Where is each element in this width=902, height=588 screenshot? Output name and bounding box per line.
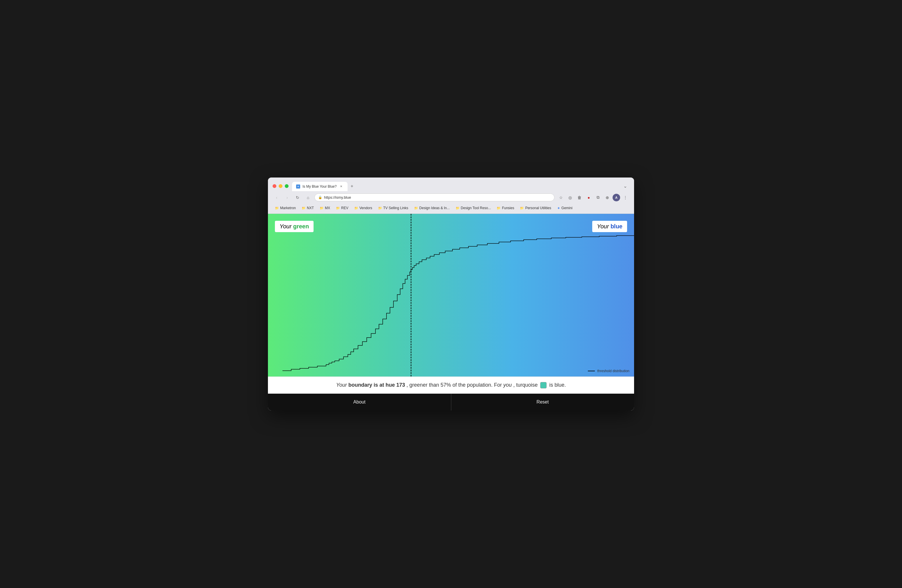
url-text: https://ismy.blue [324, 195, 551, 200]
bookmark-vendors[interactable]: 📁 Vendors [352, 205, 374, 211]
nav-actions: ☆ ◎ 🗑 ● ⧉ ⊕ A ⋮ [557, 194, 630, 202]
about-button[interactable]: About [268, 394, 451, 410]
extension-btn-1[interactable]: ◎ [566, 194, 574, 202]
folder-icon: 📁 [456, 206, 460, 210]
forward-button[interactable]: › [283, 194, 291, 202]
folder-icon: 📁 [336, 206, 340, 210]
result-bar: Your boundary is at hue 173 , greener th… [268, 377, 634, 394]
profile-button[interactable]: A [612, 194, 620, 201]
extension-btn-3[interactable]: ● [585, 194, 593, 202]
bottom-buttons: About Reset [268, 394, 634, 410]
back-button[interactable]: ‹ [272, 194, 281, 202]
bookmark-label: Gemini [561, 206, 573, 210]
browser-window: ● Is My Blue Your Blue? ✕ + ⌄ ‹ › ↻ ⌂ 🔒 … [268, 178, 634, 410]
bookmark-label: Marketron [280, 206, 296, 210]
lock-icon: 🔒 [318, 195, 322, 199]
bookmark-label: REV [341, 206, 348, 210]
bookmark-rev[interactable]: 📁 REV [334, 205, 351, 211]
traffic-lights [272, 184, 288, 188]
gradient-area[interactable]: Your green Your blue threshold distribut… [268, 214, 634, 377]
result-text-6: is blue. [549, 382, 566, 388]
folder-icon: 📁 [520, 206, 524, 210]
new-tab-button[interactable]: + [348, 181, 355, 191]
tab-favicon: ● [296, 185, 300, 189]
bookmark-label: Design Ideas & In... [419, 206, 450, 210]
extension-btn-5[interactable]: ⊕ [603, 194, 611, 202]
threshold-legend: threshold distribution [588, 369, 630, 373]
bookmark-label: Design Tool Reso... [461, 206, 491, 210]
folder-icon: 📁 [378, 206, 382, 210]
bookmark-label: Personal Utilities [525, 206, 551, 210]
menu-button[interactable]: ⋮ [621, 194, 630, 202]
refresh-button[interactable]: ↻ [293, 194, 302, 202]
result-text-5: , turquoise [513, 382, 537, 388]
folder-icon: 📁 [302, 206, 306, 210]
nav-bar: ‹ › ↻ ⌂ 🔒 https://ismy.blue ☆ ◎ 🗑 ● ⧉ ⊕ … [268, 191, 634, 204]
legend-label: threshold distribution [597, 369, 630, 373]
tab-title: Is My Blue Your Blue? [302, 185, 337, 189]
result-you: you [503, 382, 512, 388]
bookmark-label: Funsies [502, 206, 514, 210]
reset-button[interactable]: Reset [451, 394, 634, 410]
close-button[interactable] [272, 184, 276, 188]
bookmark-label: MX [325, 206, 330, 210]
bookmarks-bar: 📁 Marketron 📁 NXT 📁 MX 📁 REV 📁 Vendors 📁… [268, 204, 634, 214]
extension-btn-2[interactable]: 🗑 [575, 194, 584, 202]
bookmark-funsies[interactable]: 📁 Funsies [494, 205, 517, 211]
result-text-3: , greener than 57% of the population. Fo… [407, 382, 503, 388]
bookmark-label: TV Selling Links [383, 206, 408, 210]
result-boundary: boundary is at hue 173 [348, 382, 405, 388]
maximize-button[interactable] [285, 184, 288, 188]
bookmark-marketron[interactable]: 📁 Marketron [272, 205, 298, 211]
bookmark-mx[interactable]: 📁 MX [317, 205, 332, 211]
bookmark-design-ideas[interactable]: 📁 Design Ideas & In... [412, 205, 452, 211]
bookmark-design-tool[interactable]: 📁 Design Tool Reso... [453, 205, 493, 211]
gemini-icon: ✦ [557, 206, 560, 210]
tab-bar: ● Is My Blue Your Blue? ✕ + ⌄ [292, 181, 630, 191]
bookmark-button[interactable]: ☆ [557, 194, 565, 202]
distribution-chart [268, 214, 634, 377]
title-bar: ● Is My Blue Your Blue? ✕ + ⌄ [268, 178, 634, 191]
bookmark-personal-utilities[interactable]: 📁 Personal Utilities [518, 205, 553, 211]
active-tab[interactable]: ● Is My Blue Your Blue? ✕ [292, 182, 348, 191]
bookmark-label: Vendors [359, 206, 372, 210]
bookmark-nxt[interactable]: 📁 NXT [299, 205, 316, 211]
tab-dropdown-button[interactable]: ⌄ [621, 181, 630, 191]
bookmark-gemini[interactable]: ✦ Gemini [555, 205, 575, 211]
turquoise-swatch [540, 382, 547, 388]
folder-icon: 📁 [275, 206, 279, 210]
tab-close-button[interactable]: ✕ [339, 184, 343, 189]
folder-icon: 📁 [319, 206, 324, 210]
minimize-button[interactable] [279, 184, 282, 188]
legend-line-icon [588, 371, 595, 371]
folder-icon: 📁 [496, 206, 501, 210]
bookmark-label: NXT [307, 206, 314, 210]
bookmark-tv-selling[interactable]: 📁 TV Selling Links [376, 205, 410, 211]
extension-btn-4[interactable]: ⧉ [594, 194, 602, 202]
home-button[interactable]: ⌂ [304, 194, 312, 202]
folder-icon: 📁 [414, 206, 418, 210]
folder-icon: 📁 [354, 206, 358, 210]
main-content: Your green Your blue threshold distribut… [268, 214, 634, 410]
address-bar[interactable]: 🔒 https://ismy.blue [315, 194, 554, 201]
result-your: Your [336, 382, 347, 388]
